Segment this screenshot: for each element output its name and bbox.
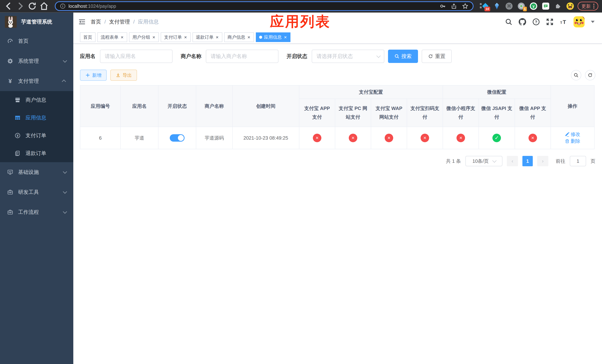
sidebar-item-3[interactable]: 基础设施 <box>0 162 73 182</box>
tag-0[interactable]: 首页 <box>80 32 96 42</box>
home-icon[interactable] <box>39 1 49 11</box>
search-button[interactable]: 搜索 <box>388 50 418 63</box>
status-select[interactable]: 请选择开启状态 <box>312 50 384 63</box>
ext-diamond-icon[interactable]: 10 <box>481 2 488 10</box>
breadcrumb-pay[interactable]: 支付管理 <box>109 18 130 25</box>
bookmark-star-icon[interactable] <box>462 2 468 10</box>
close-icon[interactable]: × <box>120 35 124 40</box>
edit-link[interactable]: 修改 <box>565 131 580 138</box>
ext-kite-icon[interactable] <box>493 2 501 10</box>
tag-1[interactable]: 流程表单× <box>97 32 127 42</box>
ext-puzzle-icon[interactable] <box>554 2 562 10</box>
sidebar-subitem-2-1[interactable]: 应用信息 <box>0 109 73 127</box>
ext-recorder-icon[interactable]: 1 <box>517 2 525 10</box>
sidebar-item-2[interactable]: ¥支付管理 <box>0 71 73 91</box>
page-number-button[interactable]: 1 <box>522 156 533 166</box>
ext-yudao-icon[interactable]: y <box>530 2 537 10</box>
next-page-button[interactable]: › <box>537 156 548 166</box>
sidebar-subitem-2-3[interactable]: 退款订单 <box>0 144 73 162</box>
merchant-name-input[interactable] <box>206 50 279 63</box>
column-header: 应用编号 <box>80 85 120 127</box>
export-button[interactable]: 导出 <box>110 70 137 81</box>
page-size-select[interactable]: 10条/页 <box>465 156 502 166</box>
fullscreen-icon[interactable] <box>546 18 553 26</box>
cell-merchant: 芋道源码 <box>196 127 232 149</box>
devtools-icon <box>7 189 13 195</box>
toggle-search-button[interactable] <box>571 70 581 80</box>
app-root: localhost :1024/pay/app 10 <box>0 0 602 364</box>
chevron-down-icon <box>63 58 67 63</box>
sidebar-item-0[interactable]: 首页 <box>0 31 73 51</box>
font-size-icon[interactable]: TT <box>560 18 567 26</box>
close-icon[interactable]: × <box>284 35 287 40</box>
tag-3[interactable]: 支付订单× <box>161 32 191 42</box>
refresh-button[interactable] <box>585 70 595 80</box>
breadcrumb-home[interactable]: 首页 <box>91 18 101 25</box>
tag-6[interactable]: 应用信息× <box>256 32 290 42</box>
ext-command-icon[interactable]: ⌘ <box>505 2 513 10</box>
toolbar: 新增 导出 <box>80 70 595 81</box>
sidebar-item-1[interactable]: 系统管理 <box>0 51 73 71</box>
column-header: 微信小程序支付 <box>443 99 479 127</box>
close-icon[interactable]: × <box>215 35 219 40</box>
sidebar-subitem-2-2[interactable]: ¥支付订单 <box>0 127 73 144</box>
enable-toggle[interactable] <box>170 134 184 142</box>
help-icon[interactable]: ? <box>532 18 540 26</box>
close-icon[interactable]: × <box>152 35 155 40</box>
forward-icon[interactable] <box>16 1 25 11</box>
shop-icon <box>14 97 21 103</box>
ext-chat-icon[interactable] <box>542 2 549 10</box>
cross-circle-icon: × <box>420 134 429 142</box>
extensions-area: 10 ⌘ 1 y <box>481 2 574 10</box>
table-row: 6 芋道 芋道源码 2021-10-23 08:49:25 ×××××✓× 修改 <box>80 127 594 149</box>
main-area: 首页 / 支付管理 / 应用信息 应用列表 ? <box>73 13 602 364</box>
tag-2[interactable]: 用户分组× <box>129 32 159 42</box>
update-button[interactable]: 更新 <box>578 2 598 11</box>
sidebar-menu: 首页系统管理¥支付管理商户信息应用信息¥支付订单退款订单基础设施研发工具工作流程 <box>0 31 73 222</box>
sidebar-item-4[interactable]: 研发工具 <box>0 182 73 202</box>
column-header: 支付宝 APP 支付 <box>299 99 335 127</box>
sidebar-subitem-2-0[interactable]: 商户信息 <box>0 91 73 109</box>
delete-link[interactable]: 删除 <box>565 138 580 144</box>
yuan-icon: ¥ <box>7 78 13 84</box>
menu-kebab-icon[interactable] <box>593 6 594 7</box>
hamburger-icon[interactable] <box>73 13 91 31</box>
url-bar[interactable]: localhost :1024/pay/app <box>55 1 473 11</box>
filter-label-merchant-name: 商户名称 <box>181 53 201 60</box>
share-icon[interactable] <box>451 2 457 10</box>
close-icon[interactable]: × <box>184 35 187 40</box>
column-header: 微信 APP 支付 <box>515 99 551 127</box>
tags-bar: 首页流程表单×用户分组×支付订单×退款订单×商户信息×应用信息× <box>73 31 602 44</box>
github-icon[interactable] <box>519 18 526 26</box>
info-icon[interactable] <box>60 3 65 9</box>
back-icon[interactable] <box>4 1 13 11</box>
chevron-down-icon <box>63 170 67 174</box>
search-icon[interactable] <box>505 18 512 26</box>
logo-rabbit-image <box>5 16 17 28</box>
sidebar-logo[interactable]: 芋道管理系统 <box>0 13 73 31</box>
key-icon[interactable] <box>440 2 446 10</box>
avatar[interactable] <box>573 16 585 27</box>
sidebar-item-5[interactable]: 工作流程 <box>0 202 73 222</box>
tag-4[interactable]: 退款订单× <box>193 32 222 42</box>
cell-channel: ✓ <box>479 127 515 149</box>
chevron-down-icon[interactable] <box>591 21 595 23</box>
cell-channel: × <box>371 127 407 149</box>
cell-channel: × <box>299 127 335 149</box>
reload-icon[interactable] <box>27 1 37 11</box>
cell-created: 2021-10-23 08:49:25 <box>233 127 299 149</box>
cross-circle-icon: × <box>349 134 357 142</box>
chevron-down-icon <box>492 159 497 163</box>
reset-button[interactable]: 重置 <box>422 50 452 63</box>
add-button[interactable]: 新增 <box>80 70 107 81</box>
prev-page-button[interactable]: ‹ <box>507 156 518 166</box>
ext-smiley-icon[interactable] <box>567 2 574 10</box>
tag-5[interactable]: 商户信息× <box>224 32 254 42</box>
close-icon[interactable]: × <box>247 35 251 40</box>
app-name-input[interactable] <box>100 50 172 63</box>
infrastructure-icon <box>7 169 13 175</box>
cell-app-name: 芋道 <box>120 127 158 149</box>
cell-actions: 修改 删除 <box>551 127 594 149</box>
column-header: 应用名 <box>120 85 158 127</box>
goto-page-input[interactable] <box>570 156 586 166</box>
